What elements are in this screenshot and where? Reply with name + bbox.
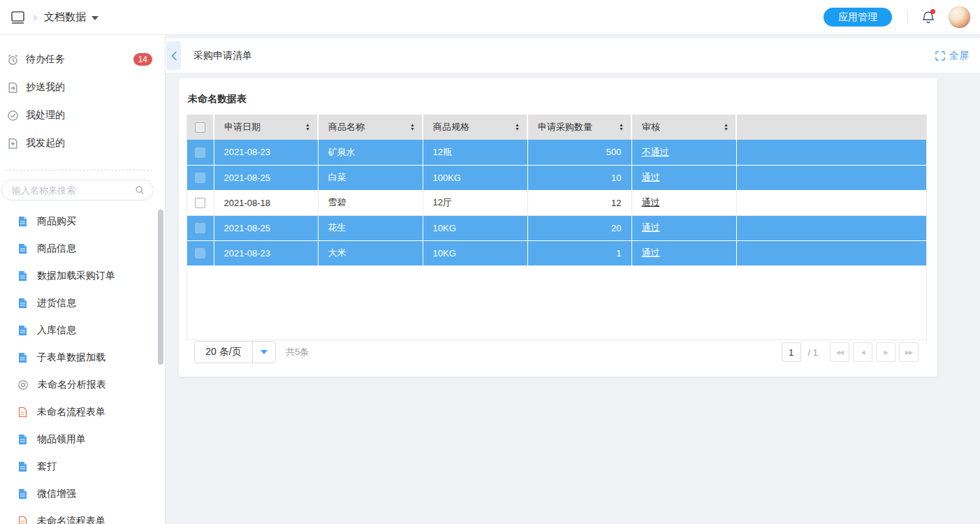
table-row[interactable]: 2021-08-23 矿泉水 12瓶 500 不通过	[187, 140, 926, 165]
sort-icon[interactable]	[305, 123, 310, 131]
avatar[interactable]	[949, 6, 970, 28]
column-header[interactable]	[187, 115, 214, 140]
sidebar-form-item[interactable]: 未命名流程表单	[0, 507, 165, 524]
page-header: 采购申请清单 全屏	[166, 38, 980, 73]
select-all-checkbox[interactable]	[195, 122, 205, 133]
sidebar-form-label: 商品购买	[37, 215, 76, 228]
sidebar-form-item[interactable]: 子表单数据加载	[0, 344, 165, 371]
audit-link[interactable]: 通过	[642, 247, 660, 258]
column-header[interactable]: 申请日期	[214, 115, 318, 140]
sidebar-form-item[interactable]: 未命名分析报表	[0, 371, 165, 398]
column-header[interactable]	[736, 115, 926, 140]
row-checkbox[interactable]	[195, 147, 205, 158]
page-title: 采购申请清单	[193, 50, 252, 62]
sidebar-form-item[interactable]: 套打	[0, 453, 165, 480]
row-checkbox[interactable]	[195, 198, 205, 208]
sidebar-item-cc-to-me[interactable]: 抄送我的	[0, 73, 165, 101]
audit-link[interactable]: 通过	[642, 222, 660, 233]
sort-icon[interactable]	[724, 123, 729, 131]
sidebar-item-started-by-me[interactable]: 我发起的	[0, 129, 165, 157]
cell-product-spec: 100KG	[423, 165, 527, 190]
data-table: 申请日期 商品名称	[187, 115, 927, 340]
column-header[interactable]: 商品名称	[318, 115, 423, 140]
alarm-clock-icon	[7, 54, 19, 66]
sort-icon[interactable]	[515, 123, 520, 131]
app-manage-button[interactable]: 应用管理	[824, 8, 892, 27]
cell-apply-date: 2021-08-23	[214, 140, 318, 165]
page-size-value: 20 条/页	[195, 346, 252, 358]
sidebar-item-label: 我发起的	[26, 137, 65, 150]
cell-extra	[736, 215, 926, 240]
column-header[interactable]: 商品规格	[423, 115, 527, 140]
audit-link[interactable]: 通过	[642, 197, 660, 208]
data-table-card: 未命名数据表	[179, 78, 937, 377]
chevron-left-icon	[170, 51, 177, 61]
sidebar-item-todo-tasks[interactable]: 待办任务 14	[0, 45, 165, 73]
cell-product-spec: 12厅	[423, 190, 527, 215]
search-icon[interactable]	[135, 184, 145, 196]
doc-icon	[17, 325, 28, 336]
sidebar-form-label: 子表单数据加载	[37, 351, 105, 364]
page-total: / 1	[808, 347, 818, 358]
sidebar-form-item[interactable]: 微信增强	[0, 480, 165, 507]
sidebar-form-item[interactable]: 商品信息	[0, 235, 165, 262]
sidebar-form-item[interactable]: 进货信息	[0, 289, 165, 316]
row-checkbox[interactable]	[195, 173, 205, 183]
column-label: 申请日期	[224, 122, 261, 132]
sidebar: 待办任务 14 抄送我的 我处理的 我发起的	[0, 35, 166, 524]
audit-link[interactable]: 通过	[642, 172, 660, 182]
chevron-down-icon	[92, 16, 98, 20]
fullscreen-label: 全屏	[949, 50, 969, 62]
sidebar-form-label: 未命名流程表单	[37, 515, 105, 524]
sidebar-item-label: 我处理的	[26, 109, 65, 122]
table-row[interactable]: 2021-08-25 白菜 100KG 10 通过	[187, 165, 926, 190]
page-number-input[interactable]: 1	[782, 342, 801, 362]
sidebar-scrollbar[interactable]	[158, 210, 163, 365]
sidebar-item-handled-by-me[interactable]: 我处理的	[0, 101, 165, 129]
sidebar-form-item[interactable]: 物品领用单	[0, 425, 165, 453]
column-label: 审核	[642, 122, 660, 132]
sort-icon[interactable]	[619, 123, 624, 131]
sidebar-form-item[interactable]: 商品购买	[0, 208, 165, 235]
audit-link[interactable]: 不通过	[642, 147, 669, 157]
row-checkbox[interactable]	[195, 223, 205, 233]
table-row[interactable]: 2021-08-25 花生 10KG 20 通过	[187, 215, 926, 240]
doc-icon	[17, 461, 28, 472]
cell-apply-date: 2021-08-18	[214, 190, 318, 215]
next-page-button[interactable]: ▶	[876, 342, 895, 362]
flow-doc-icon	[17, 407, 28, 418]
cell-product-name: 大米	[318, 240, 423, 265]
page-size-select[interactable]: 20 条/页	[194, 341, 276, 363]
last-page-button[interactable]: ▶▶	[899, 342, 919, 362]
breadcrumb[interactable]: 文档数据	[44, 10, 98, 24]
sidebar-form-label: 套打	[37, 460, 57, 473]
cell-extra	[736, 190, 926, 215]
prev-page-button[interactable]: ◀	[853, 342, 872, 362]
sidebar-form-item[interactable]: 未命名流程表单	[0, 398, 165, 425]
table-row[interactable]: 2021-08-23 大米 10KG 1 通过	[187, 240, 926, 265]
cell-product-name: 白菜	[318, 165, 423, 190]
search-input[interactable]	[12, 185, 135, 196]
doc-icon	[17, 298, 28, 309]
cell-quantity: 12	[527, 190, 631, 215]
column-header[interactable]: 审核	[631, 115, 736, 140]
sidebar-form-list: 商品购买 商品信息	[0, 208, 165, 524]
table-header-row: 申请日期 商品名称	[187, 115, 926, 140]
cell-product-name: 花生	[318, 215, 423, 240]
doc-forward-icon	[7, 82, 19, 94]
cell-quantity: 10	[527, 165, 631, 190]
sidebar-form-item[interactable]: 数据加载采购订单	[0, 262, 165, 289]
workspace-icon[interactable]	[10, 10, 26, 25]
column-header[interactable]: 申请采购数量	[527, 115, 631, 140]
table-row[interactable]: 2021-08-18 雪碧 12厅 12 通过	[187, 190, 926, 215]
sidebar-form-item[interactable]: 入库信息	[0, 316, 165, 344]
cell-product-name: 矿泉水	[318, 140, 423, 165]
row-checkbox[interactable]	[195, 248, 205, 259]
cell-apply-date: 2021-08-23	[214, 240, 318, 265]
sort-icon[interactable]	[410, 123, 415, 131]
first-page-button[interactable]: ◀◀	[830, 342, 849, 362]
fullscreen-button[interactable]: 全屏	[935, 50, 969, 62]
report-icon	[17, 379, 29, 391]
back-button[interactable]	[166, 41, 181, 70]
notification-bell-icon[interactable]	[921, 10, 936, 25]
